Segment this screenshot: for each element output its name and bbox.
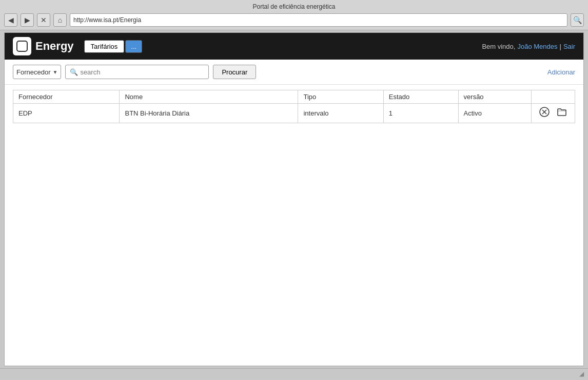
back-button[interactable]: ◀ <box>4 13 17 27</box>
separator: | <box>559 43 561 50</box>
energy-logo-svg <box>16 40 28 52</box>
go-button[interactable]: 🔍 <box>571 13 584 27</box>
cell-tipo: intervalo <box>298 104 383 123</box>
forward-button[interactable]: ▶ <box>21 13 34 27</box>
logout-link[interactable]: Sair <box>563 43 575 50</box>
table-header-row: Fornecedor Nome Tipo Estado versão <box>13 90 575 104</box>
user-name-link[interactable]: João Mendes <box>517 43 557 50</box>
cell-actions <box>532 104 575 123</box>
browser-bottom: ◢ <box>0 368 588 378</box>
logo-text: Energy <box>35 40 74 53</box>
browser-title: Portal de eficiência energética <box>4 3 584 10</box>
logo-icon <box>13 37 31 55</box>
resize-handle: ◢ <box>579 370 584 377</box>
search-input[interactable] <box>80 68 204 76</box>
actions-cell <box>537 106 570 120</box>
delete-icon <box>539 106 550 118</box>
page-content: Energy Tarifários ... Bem vindo, João Me… <box>4 32 584 366</box>
table-body: EDP BTN Bi-Horária Diária intervalo 1 Ac… <box>13 104 575 123</box>
browser-chrome: Portal de eficiência energética ◀ ▶ ✕ ⌂ … <box>0 0 588 30</box>
col-fornecedor: Fornecedor <box>13 90 120 104</box>
tab-tarifarios[interactable]: Tarifários <box>84 40 125 53</box>
cell-nome: BTN Bi-Horária Diária <box>120 104 298 123</box>
cell-versao: Activo <box>458 104 531 123</box>
table-wrap: Fornecedor Nome Tipo Estado versão EDP B… <box>5 85 583 128</box>
delete-button[interactable] <box>537 106 552 120</box>
chevron-down-icon: ▼ <box>52 69 57 75</box>
col-versao: versão <box>458 90 531 104</box>
adicionar-link[interactable]: Adicionar <box>547 68 575 76</box>
col-estado: Estado <box>383 90 458 104</box>
folder-open-icon <box>556 106 567 118</box>
filter-label: Fornecedor <box>16 68 50 76</box>
procurar-button[interactable]: Procurar <box>213 65 256 79</box>
col-actions <box>532 90 575 104</box>
table-row: EDP BTN Bi-Horária Diária intervalo 1 Ac… <box>13 104 575 123</box>
search-wrap: 🔍 <box>65 65 209 79</box>
col-nome: Nome <box>120 90 298 104</box>
col-tipo: Tipo <box>298 90 383 104</box>
open-folder-button[interactable] <box>554 106 570 120</box>
stop-button[interactable]: ✕ <box>37 13 50 27</box>
search-icon: 🔍 <box>70 68 78 76</box>
tab-dots[interactable]: ... <box>125 40 142 53</box>
cell-estado: 1 <box>383 104 458 123</box>
cell-fornecedor: EDP <box>13 104 120 123</box>
address-bar[interactable] <box>73 16 564 24</box>
svg-rect-0 <box>17 41 27 51</box>
home-button[interactable]: ⌂ <box>53 13 67 27</box>
table-header: Fornecedor Nome Tipo Estado versão <box>13 90 575 104</box>
data-table: Fornecedor Nome Tipo Estado versão EDP B… <box>13 90 575 123</box>
nav-tabs: Tarifários ... <box>84 40 143 53</box>
header-right: Bem vindo, João Mendes | Sair <box>482 43 575 50</box>
app-header: Energy Tarifários ... Bem vindo, João Me… <box>5 33 583 60</box>
browser-toolbar: ◀ ▶ ✕ ⌂ 🔍 <box>4 13 584 27</box>
toolbar: Fornecedor ▼ 🔍 Procurar Adicionar <box>5 60 583 85</box>
address-bar-wrap <box>70 13 567 27</box>
welcome-text: Bem vindo, <box>482 43 515 50</box>
filter-select[interactable]: Fornecedor ▼ <box>13 65 61 79</box>
